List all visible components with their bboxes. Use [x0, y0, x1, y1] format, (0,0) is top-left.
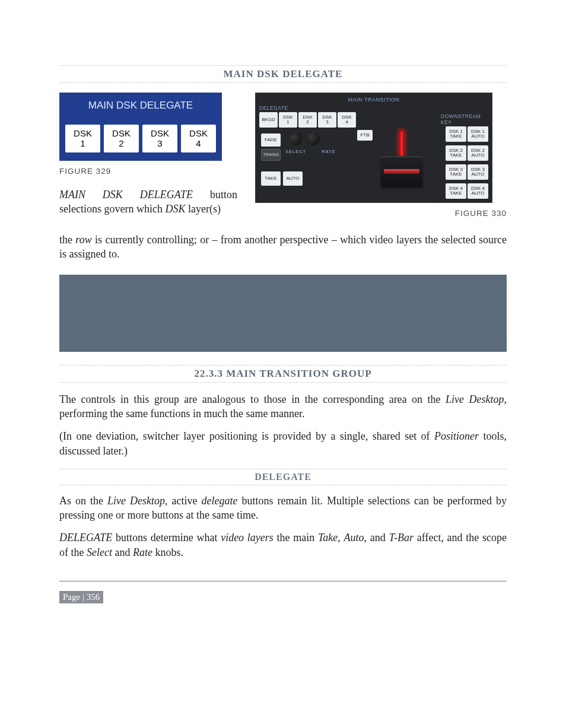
dsk1-delegate-button[interactable]: DSK1	[279, 112, 297, 128]
para-4: (In one deviation, switcher layer positi…	[59, 429, 507, 458]
dsk4-take-button[interactable]: DSK 4TAKE	[446, 183, 466, 199]
para-3: The controls in this group are analogous…	[59, 392, 507, 421]
dsk2-take-button[interactable]: DSK 2TAKE	[446, 145, 466, 161]
fig330-delegate-label: DELEGATE	[259, 105, 288, 111]
fig329-title: MAIN DSK DELEGATE	[61, 94, 221, 125]
dsk1-take-button[interactable]: DSK 1TAKE	[446, 126, 466, 142]
heading-delegate: DELEGATE	[59, 469, 507, 485]
figure-330-panel: MAIN TRANSITION DELEGATE BKGD DSK1 DSK2	[255, 93, 492, 203]
dsk4-auto-button[interactable]: DSK 4AUTO	[468, 183, 488, 199]
fade-button[interactable]: FADE	[261, 133, 281, 147]
page-number: Page | 356	[59, 591, 103, 603]
dsk-4-button[interactable]: DSK4	[181, 125, 216, 152]
fig330-downstream-key-label: DOWNSTREAM KEY	[441, 113, 488, 125]
dsk3-take-button[interactable]: DSK 3TAKE	[446, 164, 466, 180]
dsk3-delegate-button[interactable]: DSK3	[318, 112, 336, 128]
para-2: the row is currently controlling; or – f…	[59, 233, 507, 262]
para-1-narrow: MAIN DSK DELEGATE button selections gove…	[59, 187, 237, 217]
dsk2-delegate-button[interactable]: DSK2	[298, 112, 317, 128]
select-label: SELECT	[285, 149, 306, 154]
dsk-2-button[interactable]: DSK2	[104, 125, 139, 152]
take-button[interactable]: TAKE	[261, 171, 281, 186]
dsk1-auto-button[interactable]: DSK 1AUTO	[468, 126, 488, 142]
auto-button[interactable]: AUTO	[283, 171, 303, 186]
figure-330-caption: FIGURE 330	[255, 209, 507, 218]
t-bar[interactable]	[377, 129, 427, 186]
figure-329-caption: FIGURE 329	[59, 167, 237, 176]
ftb-button[interactable]: FTB	[357, 130, 373, 141]
dsk-3-button[interactable]: DSK3	[142, 125, 177, 152]
para-5: As on the Live Desktop, active delegate …	[59, 494, 507, 523]
footer-rule	[59, 581, 507, 581]
rate-knob[interactable]	[307, 132, 320, 145]
masked-paragraph	[59, 275, 507, 352]
bkgd-button[interactable]: BKGD	[259, 112, 278, 128]
dsk3-auto-button[interactable]: DSK 3AUTO	[468, 164, 488, 180]
select-knob[interactable]	[289, 132, 302, 145]
fig330-main-transition-label: MAIN TRANSITION	[259, 97, 488, 103]
dsk4-delegate-button[interactable]: DSK4	[338, 112, 356, 128]
dsk2-auto-button[interactable]: DSK 2AUTO	[468, 145, 488, 161]
heading-main-transition-group: 22.3.3 MAIN TRANSITION GROUP	[59, 365, 507, 383]
dsk-1-button[interactable]: DSK1	[65, 125, 100, 152]
trans-button[interactable]: TRANS	[261, 149, 281, 161]
heading-main-dsk-delegate: MAIN DSK DELEGATE	[59, 65, 507, 83]
rate-label: RATE	[322, 149, 335, 154]
para-6: DELEGATE buttons determine what video la…	[59, 530, 507, 559]
figure-329-panel: MAIN DSK DELEGATE DSK1 DSK2 DSK3 DSK4	[59, 93, 222, 161]
